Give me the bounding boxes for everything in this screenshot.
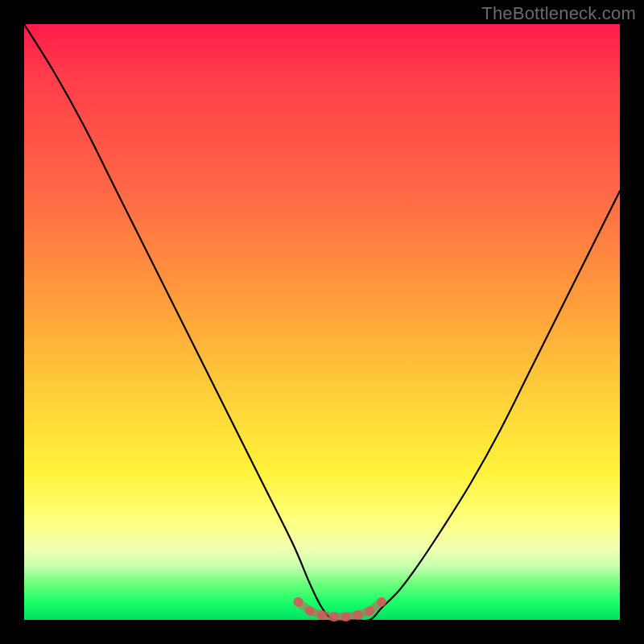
marker-dot (353, 610, 362, 620)
marker-dot (329, 612, 339, 621)
marker-dot (365, 606, 374, 616)
watermark-text: TheBottleneck.com (481, 3, 636, 24)
marker-dot (317, 610, 327, 620)
marker-dot (341, 612, 351, 621)
plot-area (24, 24, 620, 620)
marker-dot (377, 597, 386, 607)
curve-svg (24, 24, 620, 620)
bottleneck-curve (24, 24, 620, 621)
marker-dot (293, 597, 303, 607)
marker-dot (305, 606, 315, 616)
chart-frame: TheBottleneck.com (0, 0, 644, 644)
